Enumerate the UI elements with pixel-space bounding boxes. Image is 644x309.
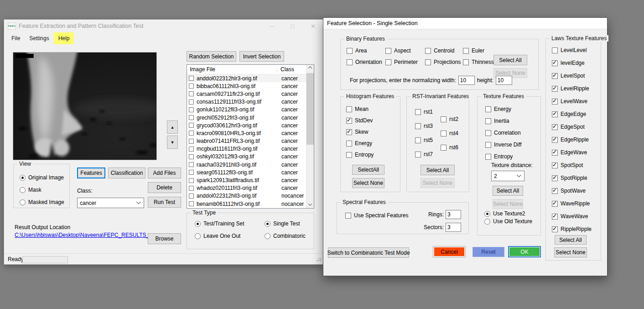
rst-feature-option[interactable]: rst7	[415, 151, 433, 157]
row-checkbox[interactable]	[189, 178, 194, 183]
checkbox-icon[interactable]	[485, 154, 491, 160]
file-list-row[interactable]: consas1129111frl33-orig.tif cancer	[187, 98, 306, 106]
row-checkbox[interactable]	[189, 84, 194, 89]
run-test-button[interactable]: Run Test	[148, 197, 181, 208]
radio-icon[interactable]	[265, 221, 270, 227]
radio-icon[interactable]	[484, 211, 490, 217]
checkbox-icon[interactable]	[485, 130, 491, 136]
texture-feature-option[interactable]: Correlation	[485, 130, 521, 136]
row-checkbox[interactable]	[189, 91, 194, 96]
invert-selection-button[interactable]: Invert Selection	[239, 51, 284, 62]
texture-feature-option[interactable]: Inverse Diff	[485, 141, 521, 148]
test-type-option[interactable]: Leave One Out	[195, 233, 265, 239]
binary-select-all-button[interactable]: Select All	[493, 55, 527, 65]
histogram-feature-option[interactable]: StdDev	[346, 117, 374, 124]
rst-feature-option[interactable]: rst4	[441, 130, 458, 136]
binary-feature-option[interactable]: Projections	[425, 59, 463, 65]
checkbox-icon[interactable]	[385, 48, 391, 54]
cancel-button[interactable]: Cancel	[433, 246, 466, 257]
file-list-row[interactable]: anddol022312hll3-orig.tif nocancer	[187, 192, 306, 200]
histogram-feature-option[interactable]: Entropy	[346, 152, 374, 158]
radio-icon[interactable]	[20, 187, 26, 193]
file-list-row[interactable]: spark120913latlftradius.tif cancer	[187, 176, 306, 184]
checkbox-icon[interactable]	[425, 48, 431, 54]
file-list-row[interactable]: mcgbud111611frl3-orig.tif cancer	[187, 145, 306, 153]
laws-feature-option[interactable]: SpotWave	[552, 188, 592, 194]
checkbox-icon[interactable]	[463, 59, 469, 65]
checkbox-icon[interactable]	[485, 106, 491, 112]
binary-feature-option[interactable]: Perimeter	[385, 59, 425, 65]
checkbox-icon[interactable]	[415, 152, 421, 157]
laws-feature-option[interactable]: EdgeSpot	[552, 124, 592, 130]
file-list-row[interactable]: raacha032911hll3-orig.tif cancer	[187, 161, 306, 168]
checkbox-icon[interactable]	[346, 106, 352, 112]
radio-icon[interactable]	[20, 175, 26, 181]
row-checkbox[interactable]	[189, 186, 194, 191]
row-checkbox[interactable]	[189, 115, 194, 120]
row-checkbox[interactable]	[189, 100, 194, 105]
classification-button[interactable]: Classification	[108, 168, 145, 178]
laws-feature-option[interactable]: LevelWave	[552, 98, 592, 105]
row-checkbox[interactable]	[189, 139, 194, 144]
reset-button[interactable]: Reset	[473, 247, 504, 257]
row-checkbox[interactable]	[189, 123, 194, 128]
checkbox-icon[interactable]	[346, 152, 352, 158]
laws-feature-option[interactable]: levelEdge	[552, 60, 592, 66]
binary-feature-option[interactable]: Euler	[463, 47, 506, 54]
histogram-select-all-button[interactable]: SelectAll	[352, 165, 384, 175]
checkbox-icon[interactable]	[415, 109, 421, 115]
binary-feature-option[interactable]: Orientation	[347, 59, 385, 65]
main-titlebar[interactable]: FEPC Feature Extraction and Pattern Clas…	[4, 20, 323, 32]
checkbox-icon[interactable]	[441, 145, 447, 151]
laws-feature-option[interactable]: LevelSpot	[552, 73, 592, 79]
row-checkbox[interactable]	[189, 107, 194, 112]
laws-feature-option[interactable]: EdgeRipple	[552, 136, 592, 143]
laws-feature-option[interactable]: SpotRipple	[552, 175, 592, 181]
checkbox-icon[interactable]	[552, 201, 558, 207]
row-checkbox[interactable]	[189, 147, 194, 152]
menu-item[interactable]: File	[7, 32, 25, 44]
laws-feature-option[interactable]: EdgeEdge	[552, 111, 592, 117]
column-divider[interactable]	[277, 66, 277, 73]
checkbox-icon[interactable]	[346, 141, 352, 147]
file-list-row[interactable]: grechl052912frl3-orig.tif cancer	[187, 114, 306, 121]
result-output-link[interactable]: C:\Users\hbiswas\Desktop\Naveena\FEPC_RE…	[15, 232, 149, 238]
checkbox-icon[interactable]	[415, 137, 421, 143]
checkbox-icon[interactable]	[552, 73, 558, 79]
histogram-feature-option[interactable]: Skew	[346, 129, 374, 135]
image-up-button[interactable]: ▲	[167, 120, 178, 134]
row-checkbox[interactable]	[189, 201, 194, 206]
column-header-image-file[interactable]: Image File	[187, 66, 274, 73]
checkbox-icon[interactable]	[552, 137, 558, 143]
rst-select-all-button[interactable]: Select All	[421, 165, 455, 175]
switch-combinatoric-mode-button[interactable]: Switch to Combinatoric Test Mode	[328, 247, 409, 258]
file-list-row[interactable]: carsam092711flr23-orig.tif cancer	[187, 90, 306, 98]
checkbox-icon[interactable]	[415, 123, 421, 129]
checkbox-icon[interactable]	[485, 118, 491, 124]
laws-feature-option[interactable]: EdgeWave	[552, 149, 592, 156]
texture-mode-option[interactable]: Use Old Texture	[484, 218, 532, 225]
checkbox-icon[interactable]	[552, 175, 558, 181]
close-button[interactable]: ✕	[303, 20, 323, 32]
file-list-row[interactable]: kracro090810HRL3-orig.tif cancer	[187, 129, 306, 137]
delete-button[interactable]: Delete	[148, 182, 181, 193]
rst-feature-option[interactable]: rst6	[441, 144, 458, 151]
laws-feature-option[interactable]: WaveWave	[552, 213, 592, 220]
scroll-up-icon[interactable]	[306, 65, 314, 73]
row-checkbox[interactable]	[189, 131, 194, 136]
random-selection-button[interactable]: Random Selection	[187, 51, 236, 62]
ok-button[interactable]: OK	[508, 246, 541, 257]
radio-icon[interactable]	[20, 199, 26, 205]
file-list-row[interactable]: siearg051112fll3-orig.tif cancer	[187, 168, 306, 176]
scroll-down-icon[interactable]	[306, 200, 314, 208]
file-list-row[interactable]: leabro071411FRL3-orig.tif cancer	[187, 137, 306, 145]
view-option[interactable]: Masked Image	[20, 199, 64, 205]
checkbox-icon[interactable]	[552, 47, 558, 53]
checkbox-icon[interactable]	[441, 116, 447, 122]
file-list-row[interactable]: whadoz020111frl3-orig.tif cancer	[187, 184, 306, 192]
row-checkbox[interactable]	[189, 76, 194, 81]
row-checkbox[interactable]	[189, 162, 194, 167]
normalizing-width-input[interactable]	[458, 76, 475, 85]
checkbox-icon[interactable]	[345, 213, 351, 219]
browse-button[interactable]: Browse	[148, 233, 181, 244]
